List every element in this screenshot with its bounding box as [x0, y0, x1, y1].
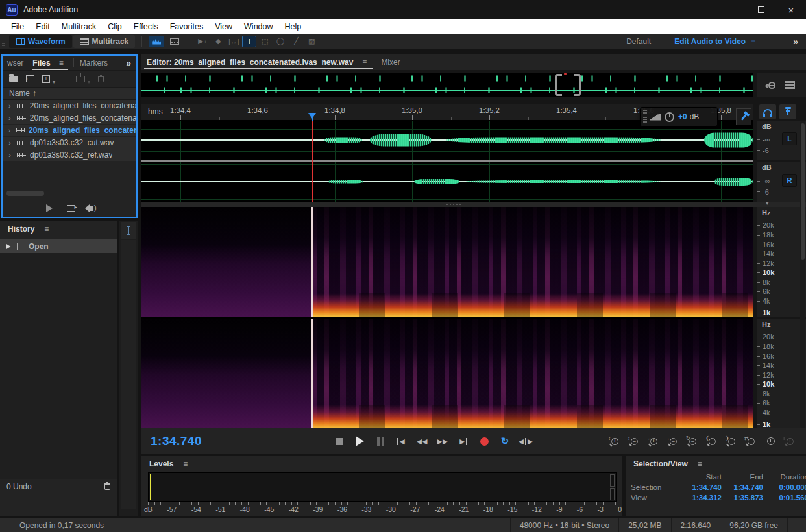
- open-file-icon[interactable]: [9, 76, 18, 82]
- auto-play-speaker-icon[interactable]: [89, 206, 93, 211]
- skip-to-start-button[interactable]: ◀: [393, 434, 409, 448]
- wave-spectral-divider[interactable]: ▾: [141, 202, 806, 207]
- workspace-menu-icon[interactable]: ≡: [751, 37, 755, 46]
- files-panel-menu-icon[interactable]: ≡: [59, 58, 64, 67]
- waveform-channel-right[interactable]: [141, 162, 753, 202]
- workspace-overflow-button[interactable]: »: [793, 36, 798, 47]
- files-name-header[interactable]: Name ↑: [3, 88, 136, 100]
- workspace-active[interactable]: Edit Audio to Video: [674, 37, 746, 46]
- expand-chevron-icon[interactable]: ›: [3, 139, 17, 147]
- lasso-selection-tool[interactable]: ◯: [273, 36, 287, 47]
- selection-view-menu-icon[interactable]: ≡: [698, 459, 702, 468]
- current-time-display[interactable]: 1:34.740: [151, 434, 202, 448]
- hud-pin-button[interactable]: [736, 108, 751, 125]
- channel-right-button[interactable]: R: [782, 174, 797, 187]
- preview-loop-icon[interactable]: [67, 205, 75, 212]
- monitor-pin-button[interactable]: [779, 104, 796, 119]
- stop-button[interactable]: [331, 434, 347, 448]
- zoom-to-selection-disabled-button[interactable]: I+: [783, 435, 797, 448]
- spectrogram-channel-left[interactable]: [141, 207, 753, 317]
- menu-window[interactable]: Window: [238, 22, 278, 31]
- waveform-mode-button[interactable]: Waveform: [9, 35, 72, 48]
- waveform-display[interactable]: [141, 121, 753, 202]
- overview-range-handle[interactable]: [555, 74, 581, 96]
- record-button[interactable]: [476, 434, 492, 448]
- divider-caret-icon[interactable]: ▾: [766, 200, 769, 206]
- minimize-button[interactable]: [716, 0, 746, 19]
- import-file-icon[interactable]: [26, 75, 34, 82]
- menu-view[interactable]: View: [209, 22, 238, 31]
- skip-to-end-button[interactable]: ▶: [456, 434, 471, 448]
- expand-chevron-icon[interactable]: ›: [3, 102, 17, 110]
- pause-button[interactable]: [372, 434, 388, 448]
- zoom-reset-button[interactable]: ↻−: [686, 435, 700, 448]
- editor-layout-icon[interactable]: [785, 81, 795, 89]
- skip-selection-button[interactable]: ◀▶: [518, 434, 533, 448]
- rewind-button[interactable]: ◀◀: [414, 434, 430, 448]
- selection-duration-value[interactable]: 0:00.000: [763, 483, 806, 491]
- timed-record-button[interactable]: [764, 435, 777, 448]
- overview-navigator[interactable]: [141, 73, 753, 97]
- expand-chevron-icon[interactable]: ›: [3, 127, 16, 134]
- menu-effects[interactable]: Effects: [128, 22, 164, 31]
- maximize-button[interactable]: [746, 0, 776, 19]
- menu-favorites[interactable]: Favorites: [164, 22, 209, 31]
- close-button[interactable]: ×: [776, 0, 806, 19]
- workspace-default[interactable]: Default: [626, 37, 651, 46]
- paintbrush-selection-tool[interactable]: ╱: [289, 36, 303, 47]
- spectral-display[interactable]: [141, 207, 753, 428]
- clip-indicator-left[interactable]: [610, 474, 615, 487]
- spectral-view-toggle[interactable]: [167, 36, 182, 47]
- clear-history-trash-icon[interactable]: [104, 483, 110, 490]
- preview-play-icon[interactable]: [46, 204, 53, 212]
- zoom-to-selection-button[interactable]: ⇄: [744, 435, 758, 448]
- delete-file-icon[interactable]: [98, 76, 104, 82]
- history-item-open[interactable]: Open: [0, 239, 117, 253]
- toolbar-grip[interactable]: [2, 36, 5, 47]
- editor-panel-menu-icon[interactable]: ≡: [362, 58, 367, 67]
- play-button[interactable]: [352, 434, 367, 448]
- razor-tool[interactable]: ◆: [211, 36, 225, 47]
- levels-menu-icon[interactable]: ≡: [183, 459, 188, 468]
- menu-help[interactable]: Help: [279, 22, 308, 31]
- selection-end-value[interactable]: 1:34.740: [722, 483, 763, 491]
- file-row-selected[interactable]: › 20ms_aligned_files_concatena: [3, 125, 136, 137]
- tab-media-browser[interactable]: wser: [3, 56, 28, 70]
- zoom-in-at-out-point-button[interactable]: ❩: [725, 435, 739, 448]
- menu-clip[interactable]: Clip: [102, 22, 128, 31]
- files-horizontal-scrollbar[interactable]: [6, 191, 44, 196]
- monitor-headphones-button[interactable]: [759, 104, 776, 119]
- spectrogram-channel-right[interactable]: [141, 319, 753, 428]
- marquee-selection-tool[interactable]: ⬚: [258, 36, 272, 47]
- file-row[interactable]: › 20ms_aligned_files_concatena: [3, 112, 136, 125]
- selection-start-value[interactable]: 1:34.740: [675, 483, 722, 491]
- hud-grip-icon[interactable]: [643, 110, 647, 123]
- zoom-in-horizontal-button[interactable]: ↔+: [647, 435, 661, 448]
- gain-value[interactable]: +0: [678, 112, 687, 121]
- gain-knob-icon[interactable]: [665, 112, 674, 122]
- menu-multitrack[interactable]: Multitrack: [56, 22, 103, 31]
- tab-files[interactable]: Files ≡: [28, 56, 71, 70]
- clip-indicator-right[interactable]: [610, 488, 615, 500]
- time-selection-tool[interactable]: I: [242, 36, 256, 47]
- expand-chevron-icon[interactable]: ›: [3, 114, 17, 122]
- menu-edit[interactable]: Edit: [30, 22, 56, 31]
- fast-forward-button[interactable]: ▶▶: [435, 434, 450, 448]
- view-duration-value[interactable]: 0:01.560: [763, 494, 806, 502]
- expand-chevron-icon[interactable]: ›: [3, 151, 17, 159]
- waveform-view-toggle[interactable]: [149, 36, 164, 47]
- zoom-out-full-icon[interactable]: [768, 82, 775, 89]
- tab-mixer[interactable]: Mixer: [376, 54, 405, 70]
- export-icon[interactable]: [76, 76, 85, 82]
- zoom-out-vertical-button[interactable]: ↕−: [628, 435, 641, 448]
- move-tool[interactable]: ▶₊: [195, 36, 210, 47]
- zoom-in-vertical-button[interactable]: ↕+: [608, 435, 622, 448]
- files-panel-overflow[interactable]: »: [126, 58, 131, 68]
- view-end-value[interactable]: 1:35.873: [722, 494, 763, 502]
- waveform-channel-left[interactable]: [141, 121, 753, 160]
- new-file-icon[interactable]: +: [42, 75, 50, 83]
- file-row[interactable]: › 20ms_aligned_files_concatena: [3, 100, 136, 112]
- channel-left-button[interactable]: L: [782, 132, 797, 145]
- tab-markers[interactable]: Markers: [75, 56, 112, 70]
- loop-playback-button[interactable]: ↻: [497, 434, 513, 448]
